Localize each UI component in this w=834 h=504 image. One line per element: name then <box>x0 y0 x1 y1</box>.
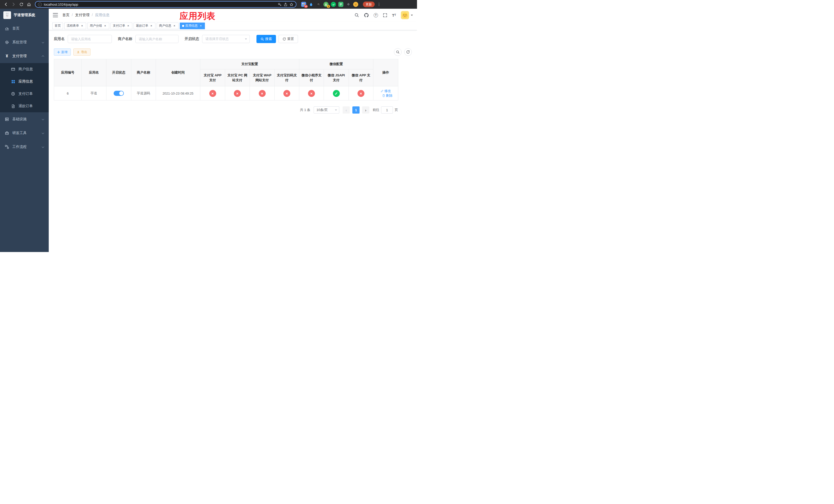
key-icon[interactable] <box>278 3 282 6</box>
github-icon[interactable] <box>364 13 369 18</box>
browser-home-button[interactable] <box>26 1 32 8</box>
sidebar-item-refund-order[interactable]: 退款订单 <box>0 100 49 112</box>
sidebar-item-label: 应用信息 <box>19 79 33 84</box>
sidebar-item-workflow[interactable]: 工作流程 <box>0 140 49 154</box>
merchant-name-label: 商户名称 <box>118 37 132 41</box>
extension-badge: 10 <box>304 5 308 8</box>
goto-page-input[interactable] <box>381 107 393 114</box>
page-number-button[interactable]: 1 <box>352 107 359 114</box>
tab-merchant-info[interactable]: 商户信息 <box>157 23 178 29</box>
extension-cookie-icon[interactable] <box>316 2 321 7</box>
sidebar-item-payment[interactable]: ¥ 支付管理 <box>0 49 49 63</box>
search-icon[interactable] <box>354 13 359 18</box>
search-icon <box>396 50 399 54</box>
add-button[interactable]: 新增 <box>54 48 71 55</box>
close-icon[interactable] <box>173 24 176 28</box>
app-logo[interactable]: 芋道管理系统 <box>0 9 49 22</box>
share-icon[interactable] <box>284 3 287 6</box>
extension-avatar-icon[interactable]: 1 <box>323 2 329 7</box>
tab-app-info[interactable]: 应用信息 <box>180 23 205 29</box>
breadcrumb-current: 应用信息 <box>95 13 110 18</box>
config-status-icon: × <box>308 90 315 97</box>
font-size-icon[interactable] <box>392 13 396 17</box>
tab-payment-order[interactable]: 支付订单 <box>111 23 132 29</box>
tabs-bar: 首页 流程表单 用户分组 支付订单 退款订单 商户信息 应用信息 <box>49 22 417 30</box>
extension-drop-icon[interactable] <box>308 2 314 7</box>
tab-refund-order[interactable]: 退款订单 <box>134 23 155 29</box>
address-bar[interactable]: localhost:1024/pay/app <box>35 1 297 8</box>
cell-app-id: 6 <box>54 86 82 100</box>
status-select[interactable]: 请选择开启状态 <box>202 35 250 43</box>
sidebar-item-app-info[interactable]: 应用信息 <box>0 75 49 88</box>
help-icon[interactable] <box>374 13 378 18</box>
search-icon <box>261 38 264 41</box>
status-switch[interactable] <box>114 91 124 96</box>
close-icon[interactable] <box>80 24 84 28</box>
extension-puzzle-icon[interactable] <box>346 2 351 7</box>
cell-wx-app: × <box>349 86 373 100</box>
merchant-name-input[interactable] <box>135 35 178 43</box>
column-header-merchant: 商户名称 <box>131 59 156 86</box>
tab-process-form[interactable]: 流程表单 <box>64 23 86 29</box>
tab-home[interactable]: 首页 <box>52 23 63 29</box>
browser-forward-button[interactable] <box>10 1 17 8</box>
delete-link[interactable]: 删除 <box>382 93 393 98</box>
prev-page-button[interactable] <box>343 107 350 114</box>
column-header-app-name: 应用名 <box>82 59 106 86</box>
sidebar-item-system[interactable]: 系统管理 <box>0 36 49 49</box>
column-header-alipay-wap: 支付宝 WAP 网站支付 <box>250 69 275 86</box>
config-status-icon: × <box>283 90 290 97</box>
bookmark-star-icon[interactable] <box>289 3 293 6</box>
credit-card-icon <box>11 67 15 71</box>
next-page-button[interactable] <box>362 107 369 114</box>
info-icon[interactable] <box>38 3 42 6</box>
chevron-up-icon <box>42 55 44 58</box>
search-button[interactable]: 搜索 <box>257 35 276 43</box>
logo-title: 芋道管理系统 <box>14 13 35 18</box>
breadcrumb-payment[interactable]: 支付管理 <box>75 13 95 18</box>
sidebar-item-payment-order[interactable]: 支付订单 <box>0 88 49 100</box>
tab-user-group[interactable]: 用户分组 <box>87 23 109 29</box>
sidebar-item-infrastructure[interactable]: 基础设施 <box>0 112 49 126</box>
forward-icon <box>12 2 16 6</box>
main-area: 首页 支付管理 应用信息 <box>49 9 417 252</box>
extension-grid-icon[interactable]: 10 <box>301 2 306 7</box>
page-size-select[interactable]: 10条/页 <box>314 107 339 114</box>
group-header-wechat: 微信配置 <box>299 59 373 69</box>
refresh-icon <box>283 38 286 41</box>
browser-menu-button[interactable] <box>377 2 381 7</box>
sidebar-item-dev-tools[interactable]: 研发工具 <box>0 126 49 140</box>
export-button[interactable]: 导出 <box>73 48 90 55</box>
sidebar-item-home[interactable]: 首页 <box>0 22 49 36</box>
content: 应用名 商户名称 开启状态 请选择开启状态 搜索 <box>49 30 417 114</box>
close-icon[interactable] <box>199 24 203 28</box>
extension-wechat-icon[interactable] <box>331 2 336 7</box>
user-menu[interactable] <box>401 11 413 19</box>
group-header-alipay: 支付宝配置 <box>200 59 299 69</box>
browser-refresh-button[interactable] <box>18 1 25 8</box>
sidebar-item-label: 退款订单 <box>19 104 33 109</box>
close-icon[interactable] <box>150 24 153 28</box>
extension-emoji-icon[interactable] <box>353 2 358 7</box>
sidebar-item-label: 支付管理 <box>12 54 27 59</box>
extension-notes-icon[interactable] <box>338 2 344 7</box>
sidebar-toggle-button[interactable] <box>53 13 58 17</box>
reset-button[interactable]: 重置 <box>279 35 298 43</box>
close-icon[interactable] <box>127 24 130 28</box>
toggle-search-button[interactable] <box>394 48 402 56</box>
close-icon[interactable] <box>103 24 107 28</box>
browser-back-button[interactable] <box>3 1 9 8</box>
sidebar-item-merchant-info[interactable]: 商户信息 <box>0 63 49 75</box>
refresh-table-button[interactable] <box>404 48 412 56</box>
breadcrumb-home[interactable]: 首页 <box>62 13 75 18</box>
plus-icon <box>57 51 60 53</box>
config-status-icon: × <box>209 90 216 97</box>
column-header-app-id: 应用编号 <box>54 59 82 86</box>
fullscreen-icon[interactable] <box>383 13 387 18</box>
app-name-input[interactable] <box>68 35 112 43</box>
edit-link[interactable]: 修改 <box>380 89 391 93</box>
filter-form: 应用名 商户名称 开启状态 请选择开启状态 搜索 <box>54 35 412 43</box>
browser-update-button[interactable]: 更新 <box>363 2 375 7</box>
cell-alipay-app: × <box>200 86 225 100</box>
refresh-icon <box>406 50 410 54</box>
